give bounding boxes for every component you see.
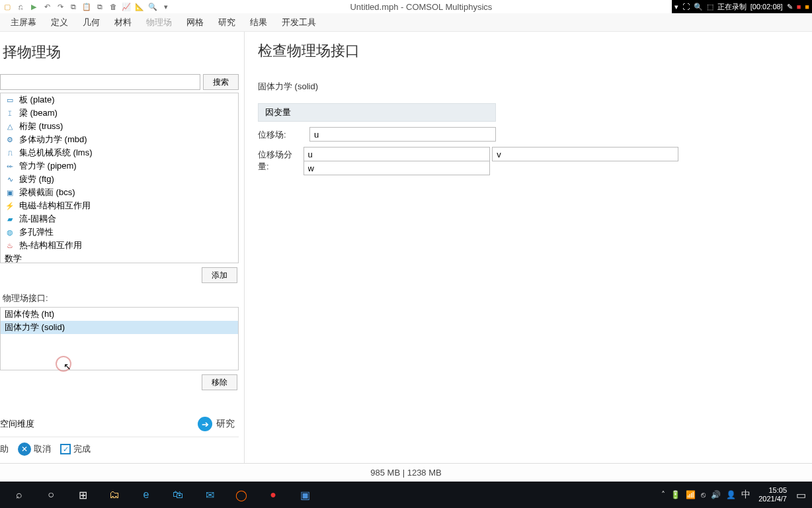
tree-item-emstruct[interactable]: ⚡电磁-结构相互作用 <box>1 199 238 212</box>
tab-results[interactable]: 结果 <box>243 14 274 31</box>
em-icon: ⚡ <box>5 201 15 210</box>
tree-item-poro[interactable]: ◍多孔弹性 <box>1 226 238 239</box>
tree-item-plate[interactable]: ▭板 (plate) <box>1 93 238 106</box>
comsol-app-icon[interactable]: ▣ <box>292 484 317 505</box>
study-button[interactable]: ➔ 研究 <box>198 417 235 431</box>
chart-icon[interactable]: 📈 <box>122 2 131 11</box>
mail-icon[interactable]: ✉ <box>197 484 222 505</box>
record-app-icon[interactable]: ● <box>261 484 286 505</box>
recorder-stop-icon[interactable]: ■ <box>797 3 801 11</box>
system-tray[interactable]: ˄ 🔋 📶 ⎋ 🔊 👤 中 <box>661 489 751 501</box>
therm-icon: ♨ <box>5 241 15 250</box>
bcs-icon: ▣ <box>5 188 15 197</box>
user-icon[interactable]: 👤 <box>726 490 736 499</box>
undo-icon[interactable]: ⎌ <box>16 2 25 11</box>
tab-home[interactable]: 主屏幕 <box>4 14 43 31</box>
check-icon: ✓ <box>60 444 71 454</box>
forward-icon[interactable]: ↷ <box>56 2 65 11</box>
edge-icon[interactable]: e <box>134 484 159 505</box>
tree-item-thermstruct[interactable]: ♨热-结构相互作用 <box>1 239 238 252</box>
tree-item-ftg[interactable]: ∿疲劳 (ftg) <box>1 173 238 186</box>
save-icon[interactable]: ▢ <box>3 2 12 11</box>
recorder-search-icon[interactable]: 🔍 <box>694 3 703 11</box>
tab-physics[interactable]: 物理场 <box>140 14 179 31</box>
interfaces-list[interactable]: 固体传热 (ht) 固体力学 (solid) <box>0 307 239 370</box>
back-icon[interactable]: ↶ <box>42 2 52 11</box>
search-button[interactable]: 搜索 <box>203 74 239 90</box>
notifications-icon[interactable]: ▭ <box>795 484 807 505</box>
done-button[interactable]: ✓ 完成 <box>60 443 91 455</box>
physics-tree[interactable]: ▭板 (plate) 𝙸梁 (beam) △桁架 (truss) ⚙多体动力学 … <box>0 93 239 263</box>
tab-definitions[interactable]: 定义 <box>44 14 75 31</box>
ribbon-tabs: 主屏幕 定义 几何 材料 物理场 网格 研究 结果 开发工具 <box>0 13 812 32</box>
search-icon[interactable]: ⌕ <box>7 484 32 505</box>
field-input-component-v[interactable] <box>492 147 678 161</box>
delete-icon[interactable]: 🗑 <box>108 2 118 11</box>
remove-button[interactable]: 移除 <box>202 374 237 390</box>
taskview-icon[interactable]: ⊞ <box>70 484 95 505</box>
field-input-component-w[interactable] <box>304 161 490 175</box>
status-bar: 985 MB | 1238 MB <box>0 463 812 482</box>
cancel-button[interactable]: ✕ 取消 <box>18 443 51 456</box>
mbd-icon: ⚙ <box>5 135 15 144</box>
list-item[interactable]: 固体传热 (ht) <box>1 308 238 321</box>
panel-title: 择物理场 <box>3 42 239 62</box>
tree-item-lms[interactable]: ⎍集总机械系统 (lms) <box>1 146 238 159</box>
ruler-icon[interactable]: 📐 <box>135 2 144 11</box>
dropdown-icon[interactable]: ▾ <box>161 2 171 11</box>
physics-selector-panel: 择物理场 搜索 ▭板 (plate) 𝙸梁 (beam) △桁架 (truss)… <box>0 32 245 463</box>
tree-item-mbd[interactable]: ⚙多体动力学 (mbd) <box>1 133 238 146</box>
taskbar-clock[interactable]: 15:05 2021/4/7 <box>754 486 791 503</box>
tree-item-math[interactable]: 数学 <box>1 252 238 263</box>
add-button[interactable]: 添加 <box>202 267 237 283</box>
main-content: 择物理场 搜索 ▭板 (plate) 𝙸梁 (beam) △桁架 (truss)… <box>0 32 812 463</box>
duplicate-icon[interactable]: ⧉ <box>95 2 104 11</box>
battery-icon[interactable]: 🔋 <box>670 490 680 499</box>
tree-item-fsi[interactable]: ▰流-固耦合 <box>1 212 238 226</box>
tree-item-truss[interactable]: △桁架 (truss) <box>1 120 238 133</box>
recorder-expand-icon[interactable]: ⛶ <box>682 3 690 11</box>
quick-access-toolbar: ▢ ⎌ ▶ ↶ ↷ ⧉ 📋 ⧉ 🗑 📈 📐 🔍 ▾ <box>0 2 171 11</box>
explorer-icon[interactable]: 🗂 <box>102 484 127 505</box>
truss-icon: △ <box>5 122 15 131</box>
tab-mesh[interactable]: 网格 <box>180 14 210 31</box>
recorder-status: 正在录制 <box>717 2 747 12</box>
dependent-vars-header: 因变量 <box>258 103 496 122</box>
tab-geometry[interactable]: 几何 <box>76 14 106 31</box>
wifi-icon[interactable]: ⎋ <box>701 490 706 499</box>
wizard-footer: 助 ✕ 取消 ✓ 完成 <box>0 437 239 456</box>
arrow-right-icon: ➔ <box>198 417 212 431</box>
run-icon[interactable]: ▶ <box>29 2 38 11</box>
recorder-crop-icon[interactable]: ⬚ <box>707 3 713 11</box>
zoom-icon[interactable]: 🔍 <box>148 2 157 11</box>
recorder-time: [00:02:08] <box>751 3 783 11</box>
paste-icon[interactable]: 📋 <box>82 2 91 11</box>
recorder-pause-icon[interactable]: ■ <box>805 3 809 11</box>
space-dimension-label: 空间维度 <box>0 418 34 430</box>
tree-item-beam[interactable]: 𝙸梁 (beam) <box>1 106 238 120</box>
poro-icon: ◍ <box>5 228 15 237</box>
uc-icon[interactable]: ◯ <box>229 484 254 505</box>
store-icon[interactable]: 🛍 <box>165 484 190 505</box>
chevron-up-icon[interactable]: ˄ <box>661 490 665 499</box>
tab-study[interactable]: 研究 <box>212 14 242 31</box>
windows-taskbar: ⌕ ○ ⊞ 🗂 e 🛍 ✉ ◯ ● ▣ ˄ 🔋 📶 ⎋ 🔊 👤 中 15:05 … <box>0 482 812 508</box>
field-input-component-u[interactable] <box>304 147 490 161</box>
tree-item-bcs[interactable]: ▣梁横截面 (bcs) <box>1 186 238 199</box>
copy-icon[interactable]: ⧉ <box>69 2 78 11</box>
cortana-icon[interactable]: ○ <box>38 484 63 505</box>
volume-icon[interactable]: 🔊 <box>711 490 721 499</box>
tab-materials[interactable]: 材料 <box>108 14 138 31</box>
recorder-pencil-icon[interactable]: ✎ <box>787 3 793 11</box>
field-input-displacement[interactable] <box>309 127 496 142</box>
search-input[interactable] <box>0 74 200 90</box>
ime-indicator[interactable]: 中 <box>741 489 751 501</box>
network-icon[interactable]: 📶 <box>686 490 696 499</box>
help-label[interactable]: 助 <box>0 443 9 455</box>
review-subtitle: 固体力学 (solid) <box>258 81 799 93</box>
tree-item-pipem[interactable]: ⬰管力学 (pipem) <box>1 159 238 173</box>
lms-icon: ⎍ <box>5 148 15 157</box>
list-item[interactable]: 固体力学 (solid) <box>1 321 238 334</box>
recorder-down-icon[interactable]: ▾ <box>674 3 678 11</box>
tab-developer[interactable]: 开发工具 <box>275 14 323 31</box>
